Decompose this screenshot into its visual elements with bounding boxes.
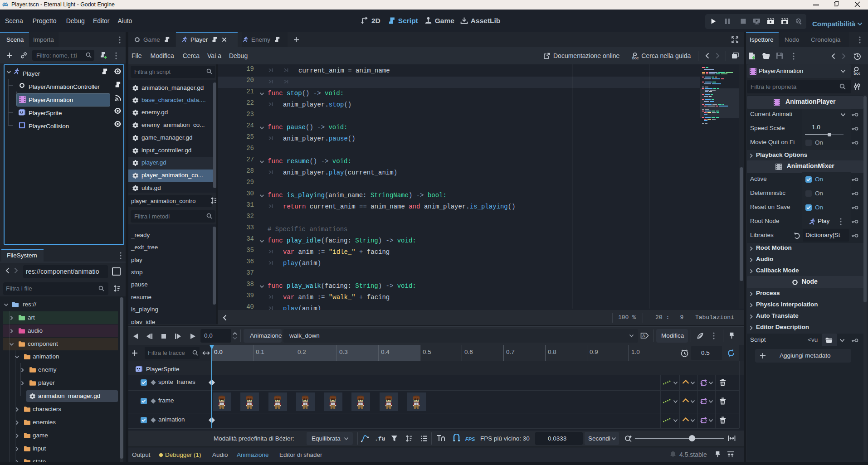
svg-text:DOC: DOC xyxy=(853,72,860,76)
svg-text:DOC: DOC xyxy=(632,56,639,59)
svg-text:A: A xyxy=(642,334,645,338)
